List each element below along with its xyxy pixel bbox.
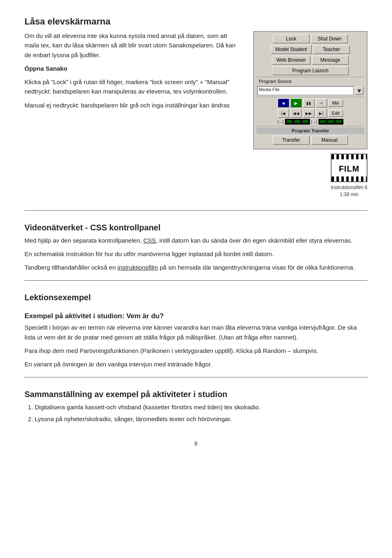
media-file-arrow[interactable]: ▼ bbox=[355, 87, 363, 95]
section2-heading: Videonätverket - CSS kontrollpanel bbox=[24, 223, 368, 232]
instruktionsfilm-link: instruktionsfilm bbox=[118, 264, 158, 271]
web-browser-button[interactable]: Web Browser bbox=[272, 56, 310, 65]
intro-para-3: Klicka på "Lock" i grå rutan till höger,… bbox=[24, 77, 241, 96]
section3-para-2: Para ihop dem med Parövningsfunktionen (… bbox=[24, 346, 368, 355]
play-button[interactable]: ▶ bbox=[290, 98, 302, 107]
sanako-row-3: Web Browser Message bbox=[256, 56, 364, 65]
film-label: FILM bbox=[339, 164, 360, 174]
top-section: Om du vill att eleverna inte ska kunna s… bbox=[24, 31, 368, 198]
program-source-label: Program Source bbox=[257, 78, 293, 84]
intro-para-1: Om du vill att eleverna inte ska kunna s… bbox=[24, 31, 241, 60]
film-container: FILM Instruktionsfilm 6 1:38 min bbox=[331, 154, 368, 198]
left-text: Om du vill att eleverna inte ska kunna s… bbox=[24, 31, 241, 198]
mix-button[interactable]: Mix bbox=[328, 99, 343, 107]
message-button[interactable]: Message bbox=[312, 56, 349, 65]
pause-button[interactable]: ▮▮ bbox=[303, 98, 314, 107]
sanako-row-2: Model Student Teacher bbox=[256, 45, 364, 54]
transfer-button[interactable]: Transfer bbox=[273, 136, 310, 145]
separator-3 bbox=[24, 377, 368, 377]
time-display-1: 00:00:00 bbox=[285, 119, 310, 125]
intro-para-4: Manual ej nedtryckt: bandspelaren blir g… bbox=[24, 100, 241, 110]
transport-row-1: ■ ▶ ▮▮ ⇨ Mix bbox=[256, 98, 364, 107]
to-end-button[interactable]: ▶| bbox=[316, 109, 327, 118]
film-badge: FILM bbox=[331, 154, 368, 182]
sanako-panel: Lock Shut Down Model Student Teacher Web… bbox=[253, 31, 368, 150]
separator-1 bbox=[24, 210, 368, 211]
page-number: 6 bbox=[24, 440, 368, 447]
shutdown-button[interactable]: Shut Down bbox=[311, 34, 348, 43]
intro-para-2: Öppna Sanako bbox=[24, 64, 241, 73]
edit-button[interactable]: Edit bbox=[328, 109, 343, 117]
css-link: CSS bbox=[143, 237, 156, 244]
section2-para-2: En schematisk instruktion för hur du utf… bbox=[24, 249, 368, 259]
transport-row-2: |◀ ◀◀ ▶▶ ▶| Edit bbox=[256, 109, 364, 118]
to-start-button[interactable]: |◀ bbox=[278, 109, 289, 118]
program-launch-button[interactable]: Program Launch bbox=[272, 66, 349, 75]
rewind-button[interactable]: ◀◀ bbox=[290, 109, 302, 118]
film-caption-line2: 1:38 min bbox=[340, 192, 359, 197]
right-panel: Lock Shut Down Model Student Teacher Web… bbox=[253, 31, 368, 198]
lock-button[interactable]: Lock bbox=[273, 34, 310, 43]
record-button[interactable]: ⇨ bbox=[316, 98, 327, 107]
section2-para-3: Tandberg tillhandahåller också en instru… bbox=[24, 263, 368, 272]
section3-para-1: Speciellt i början av en termin när elev… bbox=[24, 323, 368, 342]
media-file-row: Media File ▼ bbox=[256, 86, 364, 95]
time-row: |←| 00:00:00 |→| 00:00:00 bbox=[256, 119, 364, 125]
fast-forward-button[interactable]: ▶▶ bbox=[303, 109, 314, 118]
mix-edit-group: Mix bbox=[328, 99, 343, 107]
section3-heading: Lektionsexempel bbox=[24, 293, 368, 302]
section3-sub: Exempel på aktivitet i studion: Vem är d… bbox=[24, 312, 368, 320]
list-item: Lyssna på nyheter/skolradio, sånger, lär… bbox=[35, 414, 368, 424]
program-transfer-label: Program Transfer bbox=[256, 127, 364, 134]
page-heading: Låsa elevskärmarna bbox=[24, 16, 368, 27]
time-display-2: 00:00:00 bbox=[318, 119, 343, 125]
list-item: Digitalisera gamla kassett-och vhsband (… bbox=[35, 402, 368, 412]
film-caption: Instruktionsfilm 6 1:38 min bbox=[331, 184, 368, 198]
stop-button[interactable]: ■ bbox=[278, 98, 289, 107]
media-file-select[interactable]: Media File bbox=[257, 86, 354, 95]
section4-heading: Sammanställning av exempel på aktivitete… bbox=[24, 390, 368, 399]
sanako-row-4: Program Launch bbox=[256, 66, 364, 75]
separator-2 bbox=[24, 280, 368, 281]
transfer-row: Transfer Manual bbox=[256, 136, 364, 145]
teacher-button[interactable]: Teacher bbox=[313, 45, 350, 54]
section2-para-1: Med hjälp av den separata kontrollpanele… bbox=[24, 236, 368, 245]
edit-group: Edit bbox=[328, 109, 343, 117]
sanako-row-1: Lock Shut Down bbox=[256, 34, 364, 43]
program-source-row: Program Source bbox=[256, 78, 364, 85]
model-student-button[interactable]: Model Student bbox=[271, 45, 311, 54]
section3-para-3: En variant på övningen är den vanliga in… bbox=[24, 359, 368, 369]
film-caption-line1: Instruktionsfilm 6 bbox=[331, 185, 368, 190]
manual-button[interactable]: Manual bbox=[311, 136, 348, 145]
section4-list: Digitalisera gamla kassett-och vhsband (… bbox=[35, 402, 368, 424]
